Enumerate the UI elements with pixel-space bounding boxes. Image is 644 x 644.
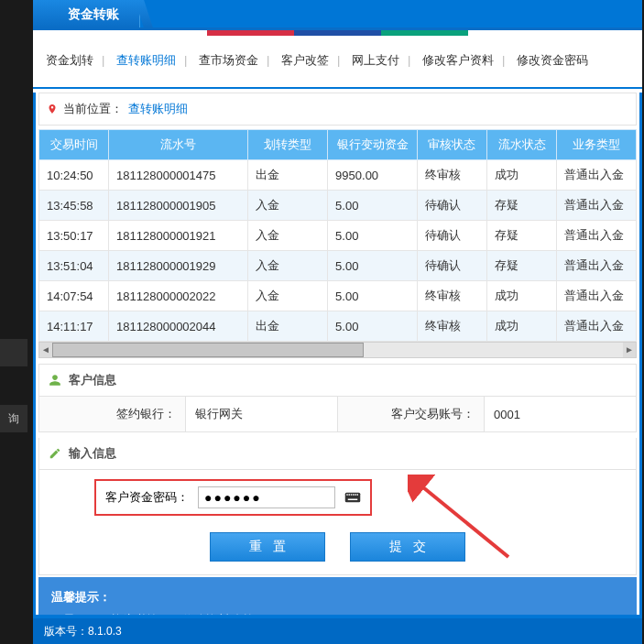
table-cell: 出金 <box>248 311 328 342</box>
breadcrumb: 当前位置： 查转账明细 <box>38 93 637 126</box>
svg-rect-5 <box>355 494 356 496</box>
table-cell: 13:50:17 <box>39 221 109 251</box>
version-value: 8.1.0.3 <box>88 625 122 638</box>
table-row[interactable]: 14:07:54181128000002022入金5.00终审核成功普通出入金 <box>39 281 637 311</box>
col-audit[interactable]: 审核状态 <box>417 130 486 160</box>
table-cell: 13:51:04 <box>39 251 109 281</box>
nav-item-market-fund[interactable]: 查市场资金 <box>193 53 264 67</box>
table-cell: 10:24:50 <box>39 160 109 191</box>
table-cell: 5.00 <box>328 281 418 311</box>
table-cell: 5.00 <box>328 311 418 342</box>
title-tab[interactable]: 资金转账 <box>33 0 140 27</box>
table-cell: 9950.00 <box>328 160 418 191</box>
footer: 版本号：8.1.0.3 <box>33 618 642 644</box>
scroll-left-arrow[interactable]: ◄ <box>39 343 52 357</box>
table-cell: 终审核 <box>417 160 486 191</box>
bank-value: 银行网关 <box>195 406 243 422</box>
table-cell: 普通出入金 <box>557 281 637 311</box>
nav-item-edit-password[interactable]: 修改资金密码 <box>511 53 594 67</box>
keyboard-icon[interactable] <box>344 490 361 505</box>
table-cell: 存疑 <box>486 221 556 251</box>
table-cell: 13:45:58 <box>39 191 109 221</box>
breadcrumb-label: 当前位置： <box>63 101 123 117</box>
table-cell: 普通出入金 <box>557 160 637 191</box>
title-bar: 资金转账 <box>33 0 642 27</box>
table-row[interactable]: 14:11:17181128000002044出金5.00终审核成功普通出入金 <box>39 311 637 342</box>
transfer-table: 交易时间 流水号 划转类型 银行变动资金 审核状态 流水状态 业务类型 10:2… <box>38 129 637 342</box>
table-cell: 181128000002044 <box>109 311 248 342</box>
scroll-thumb[interactable] <box>52 343 364 357</box>
svg-rect-4 <box>353 494 355 496</box>
submit-button[interactable]: 提交 <box>350 532 465 562</box>
table-cell: 终审核 <box>417 311 486 342</box>
nav-item-transfer[interactable]: 资金划转 <box>40 53 99 67</box>
reset-button[interactable]: 重置 <box>210 532 325 562</box>
acct-value: 0001 <box>494 408 520 421</box>
table-cell: 成功 <box>486 281 556 311</box>
table-row[interactable]: 13:50:17181128000001921入金5.00待确认存疑普通出入金 <box>39 221 637 251</box>
input-section: 输入信息 客户资金密码： 重置 提交 <box>38 438 637 575</box>
dark-sidebar-item-1[interactable] <box>0 339 27 366</box>
password-highlight-box: 客户资金密码： <box>94 479 372 516</box>
password-input[interactable] <box>198 486 335 508</box>
table-row[interactable]: 13:51:04181128000001929入金5.00待确认存疑普通出入金 <box>39 251 637 281</box>
table-cell: 成功 <box>486 311 556 342</box>
table-cell: 5.00 <box>328 251 418 281</box>
col-time[interactable]: 交易时间 <box>39 130 109 160</box>
table-cell: 存疑 <box>486 251 556 281</box>
table-cell: 普通出入金 <box>557 251 637 281</box>
input-section-title: 输入信息 <box>69 445 116 462</box>
table-row[interactable]: 10:24:50181128000001475出金9950.00终审核成功普通出… <box>39 160 637 191</box>
location-icon <box>47 103 58 115</box>
user-icon <box>49 374 61 387</box>
table-cell: 存疑 <box>486 191 556 221</box>
customer-info-section: 客户信息 签约银行： 银行网关 客户交易账号： 0001 <box>38 364 637 432</box>
table-cell: 待确认 <box>417 251 486 281</box>
table-cell: 5.00 <box>328 191 418 221</box>
table-cell: 普通出入金 <box>557 191 637 221</box>
table-row[interactable]: 13:45:58181128000001905入金5.00待确认存疑普通出入金 <box>39 191 637 221</box>
nav-item-resign[interactable]: 客户改签 <box>276 53 334 67</box>
breadcrumb-page[interactable]: 查转账明细 <box>128 101 188 117</box>
nav-item-online-pay[interactable]: 网上支付 <box>346 53 405 67</box>
col-biztype[interactable]: 业务类型 <box>557 130 637 160</box>
table-cell: 待确认 <box>417 221 486 251</box>
col-serial[interactable]: 流水号 <box>109 130 248 160</box>
svg-rect-3 <box>351 494 353 496</box>
svg-rect-2 <box>349 494 351 496</box>
tips-title: 温馨提示： <box>51 586 624 609</box>
table-cell: 181128000001905 <box>109 191 248 221</box>
scroll-right-arrow[interactable]: ► <box>623 343 636 357</box>
nav-item-edit-profile[interactable]: 修改客户资料 <box>417 53 499 67</box>
table-cell: 终审核 <box>417 281 486 311</box>
edit-icon <box>49 447 61 460</box>
table-cell: 14:11:17 <box>39 311 109 342</box>
table-cell: 181128000001921 <box>109 221 248 251</box>
customer-info-title: 客户信息 <box>69 372 116 388</box>
main-window: 资金转账 资金划转| 查转账明细| 查市场资金| 客户改签| 网上支付| 修改客… <box>33 0 642 644</box>
table-cell: 入金 <box>248 221 328 251</box>
table-cell: 入金 <box>248 281 328 311</box>
table-header-row: 交易时间 流水号 划转类型 银行变动资金 审核状态 流水状态 业务类型 <box>39 130 637 160</box>
horizontal-scrollbar[interactable]: ◄ ► <box>38 342 637 358</box>
version-label: 版本号： <box>44 625 88 638</box>
password-label: 客户资金密码： <box>105 489 189 506</box>
table-cell: 入金 <box>248 191 328 221</box>
table-cell: 5.00 <box>328 221 418 251</box>
col-amount[interactable]: 银行变动资金 <box>328 130 418 160</box>
table-cell: 14:07:54 <box>39 281 109 311</box>
table-cell: 普通出入金 <box>557 221 637 251</box>
table-cell: 181128000002022 <box>109 281 248 311</box>
table-cell: 入金 <box>248 251 328 281</box>
dark-sidebar-item-2[interactable]: 询 <box>0 405 27 432</box>
svg-rect-1 <box>346 494 348 496</box>
nav-item-query-detail[interactable]: 查转账明细 <box>111 53 181 67</box>
bank-label: 签约银行： <box>116 406 176 422</box>
svg-rect-7 <box>348 499 358 501</box>
col-status[interactable]: 流水状态 <box>486 130 556 160</box>
table-cell: 出金 <box>248 160 328 191</box>
top-decor <box>33 30 642 36</box>
table-cell: 普通出入金 <box>557 311 637 342</box>
svg-rect-6 <box>357 494 359 496</box>
col-type[interactable]: 划转类型 <box>248 130 328 160</box>
